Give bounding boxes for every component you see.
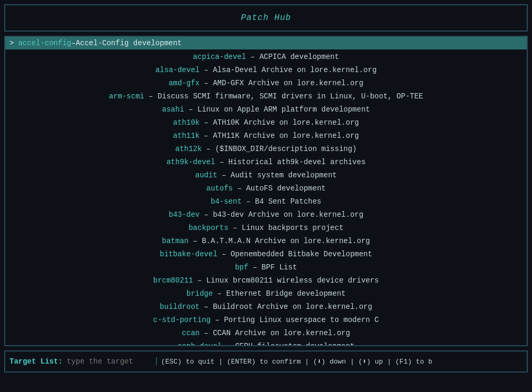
title-bar: Patch Hub bbox=[4, 4, 528, 32]
item-name: audit bbox=[195, 171, 218, 179]
list-item[interactable]: ath12k – ($INBOX_DIR/description missing… bbox=[5, 143, 527, 156]
item-separator: – bbox=[218, 250, 231, 258]
list-item[interactable]: ccan – CCAN Archive on lore.kernel.org bbox=[5, 327, 527, 340]
item-separator: – bbox=[200, 118, 213, 127]
item-desc: ATH11K Archive on lore.kernel.org bbox=[213, 132, 359, 140]
item-separator: – bbox=[202, 145, 215, 153]
list-item[interactable]: b43-dev – b43-dev Archive on lore.kernel… bbox=[5, 208, 527, 222]
selected-item-name: accel-config bbox=[18, 39, 71, 47]
list-item[interactable]: ceph-devel – CEPH filesystem development bbox=[5, 340, 527, 346]
list-item[interactable]: autofs – AutoFS development bbox=[5, 182, 527, 195]
item-name: bitbake-devel bbox=[160, 250, 217, 258]
list-item[interactable]: asahi – Linux on Apple ARM platform deve… bbox=[5, 103, 527, 116]
item-desc: ATH10K Archive on lore.kernel.org bbox=[213, 118, 359, 127]
list-item[interactable]: batman – B.A.T.M.A.N Archive on lore.ker… bbox=[5, 235, 527, 248]
item-name: c-std-porting bbox=[153, 316, 211, 324]
item-name: bpf bbox=[235, 263, 248, 272]
list-item[interactable]: ath10k – ATH10K Archive on lore.kernel.o… bbox=[5, 116, 527, 129]
item-desc: Buildroot Archive on lore.kernel.org bbox=[213, 303, 372, 311]
item-name: acpica-devel bbox=[193, 53, 246, 61]
item-separator: – bbox=[215, 158, 228, 166]
selected-item-sep: – bbox=[71, 39, 75, 47]
item-separator: – bbox=[213, 289, 226, 298]
list-item[interactable]: bitbake-devel – Openembedded Bitbake Dev… bbox=[5, 248, 527, 261]
list-item[interactable]: amd-gfx – AMD-GFX Archive on lore.kernel… bbox=[5, 77, 527, 90]
item-separator: – bbox=[248, 263, 261, 272]
list-item[interactable]: alsa-devel – Alsa-Devel Archive on lore.… bbox=[5, 64, 527, 77]
list-item[interactable]: brcm80211 – Linux brcm80211 wireless dev… bbox=[5, 274, 527, 287]
item-name: ath10k bbox=[173, 118, 200, 127]
item-name: ccan bbox=[182, 329, 200, 337]
item-desc: Historical ath9k-devel archives bbox=[229, 158, 366, 166]
item-separator: – bbox=[200, 329, 213, 337]
item-name: b43-dev bbox=[169, 210, 200, 219]
main-panel: > accel-config – Accel-Config developmen… bbox=[4, 36, 528, 346]
item-separator: – bbox=[200, 66, 213, 74]
item-desc: Audit system development bbox=[231, 171, 337, 179]
item-desc: Linux brcm80211 wireless device drivers bbox=[206, 276, 379, 285]
item-desc: B.A.T.M.A.N Archive on lore.kernel.org bbox=[202, 237, 370, 245]
item-separator: – bbox=[200, 303, 213, 311]
item-name: ath9k-devel bbox=[166, 158, 215, 166]
target-input[interactable] bbox=[67, 357, 156, 366]
item-separator: – bbox=[200, 79, 213, 87]
item-separator: – bbox=[222, 342, 235, 346]
item-name: backports bbox=[189, 224, 229, 232]
selected-row: > accel-config – Accel-Config developmen… bbox=[5, 37, 527, 49]
item-separator: – bbox=[242, 197, 255, 206]
item-desc: Ethernet Bridge development bbox=[226, 289, 346, 298]
item-desc: AMD-GFX Archive on lore.kernel.org bbox=[213, 79, 363, 87]
item-desc: BPF List bbox=[262, 263, 297, 272]
item-desc: Openembedded Bitbake Development bbox=[231, 250, 372, 258]
list-item[interactable]: bpf – BPF List bbox=[5, 261, 527, 274]
item-separator: – bbox=[229, 224, 242, 232]
list-item[interactable]: buildroot – Buildroot Archive on lore.ke… bbox=[5, 300, 527, 314]
item-desc: ACPICA development bbox=[259, 53, 339, 61]
list-item[interactable]: bridge – Ethernet Bridge development bbox=[5, 287, 527, 300]
item-separator: – bbox=[211, 316, 224, 324]
list-item[interactable]: ath9k-devel – Historical ath9k-devel arc… bbox=[5, 156, 527, 169]
prompt-char: > bbox=[9, 39, 14, 47]
list-item[interactable]: b4-sent – B4 Sent Patches bbox=[5, 195, 527, 208]
item-name: b4-sent bbox=[211, 197, 242, 206]
list-item[interactable]: acpica-devel – ACPICA development bbox=[5, 51, 527, 64]
list-item[interactable]: arm-scmi – Discuss SCMI firmware, SCMI d… bbox=[5, 90, 527, 103]
item-desc: ($INBOX_DIR/description missing) bbox=[215, 145, 357, 153]
item-name: arm-scmi bbox=[109, 92, 144, 100]
list-item[interactable]: backports – Linux backports project bbox=[5, 222, 527, 235]
item-separator: – bbox=[218, 171, 231, 179]
item-name: buildroot bbox=[160, 303, 200, 311]
item-desc: CCAN Archive on lore.kernel.org bbox=[213, 329, 350, 337]
item-name: ath12k bbox=[175, 145, 202, 153]
item-desc: Discuss SCMI firmware, SCMI drivers in L… bbox=[157, 92, 423, 100]
item-name: alsa-devel bbox=[155, 66, 200, 74]
item-separator: – bbox=[193, 276, 206, 285]
item-desc: AutoFS development bbox=[246, 184, 326, 193]
item-name: amd-gfx bbox=[169, 79, 200, 87]
item-name: ceph-devel bbox=[178, 342, 222, 346]
item-name: brcm80211 bbox=[153, 276, 193, 285]
item-desc: Linux on Apple ARM platform development bbox=[198, 105, 370, 114]
hint-bar: (ESC) to quit | (ENTER) to confirm | (⬇)… bbox=[156, 357, 437, 366]
list-item[interactable]: c-std-porting – Porting Linux userspace … bbox=[5, 314, 527, 327]
item-name: autofs bbox=[206, 184, 233, 193]
item-separator: – bbox=[233, 184, 246, 193]
item-desc: B4 Sent Patches bbox=[255, 197, 321, 206]
bottom-bar: Target List: (ESC) to quit | (ENTER) to … bbox=[4, 350, 528, 373]
selected-item-desc: Accel-Config development bbox=[76, 39, 182, 47]
item-separator: – bbox=[189, 237, 202, 245]
item-separator: – bbox=[184, 105, 198, 114]
item-desc: CEPH filesystem development bbox=[235, 342, 354, 346]
item-separator: – bbox=[144, 92, 157, 100]
list-item[interactable]: ath11k – ATH11K Archive on lore.kernel.o… bbox=[5, 129, 527, 143]
item-desc: Alsa-Devel Archive on lore.kernel.org bbox=[213, 66, 377, 74]
item-separator: – bbox=[246, 53, 259, 61]
item-name: asahi bbox=[162, 105, 184, 114]
item-name: bridge bbox=[186, 289, 213, 298]
list-item[interactable]: audit – Audit system development bbox=[5, 169, 527, 182]
list-container: acpica-devel – ACPICA developmentalsa-de… bbox=[5, 49, 527, 346]
app-title: Patch Hub bbox=[241, 13, 291, 23]
item-separator: – bbox=[200, 132, 213, 140]
item-desc: Porting Linux userspace to modern C bbox=[224, 316, 379, 324]
item-name: ath11k bbox=[173, 132, 200, 140]
